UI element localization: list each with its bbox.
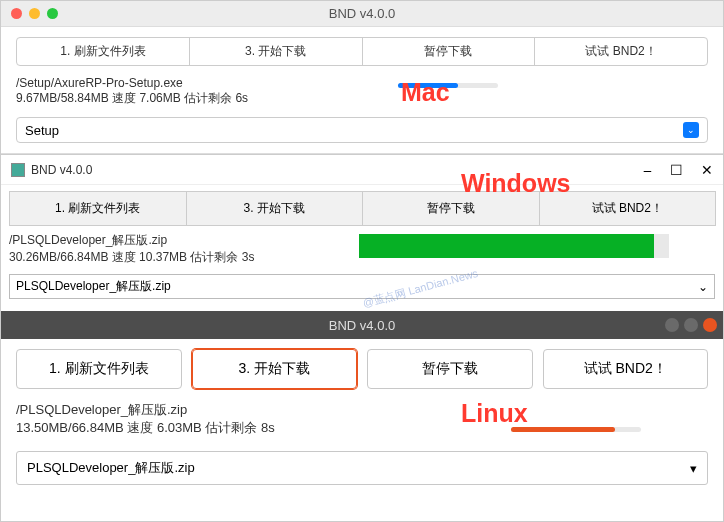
chevron-down-icon: ⌄ — [683, 122, 699, 138]
chevron-down-icon: ▾ — [690, 461, 697, 476]
windows-title: BND v4.0.0 — [31, 163, 92, 177]
refresh-button[interactable]: 1. 刷新文件列表 — [9, 191, 187, 226]
try-bnd2-button[interactable]: 试试 BND2！ — [543, 349, 709, 389]
progress-fill — [359, 234, 654, 258]
mac-window-controls — [1, 8, 58, 19]
minimize-icon[interactable] — [665, 318, 679, 332]
file-select[interactable]: Setup ⌄ — [16, 117, 708, 143]
windows-controls: ‒ ☐ ✕ — [643, 162, 713, 178]
progress-bar — [359, 234, 669, 258]
progress-bar — [398, 83, 498, 88]
maximize-icon[interactable] — [47, 8, 58, 19]
close-icon[interactable] — [11, 8, 22, 19]
linux-titlebar: BND v4.0.0 — [1, 311, 723, 339]
select-value: PLSQLDeveloper_解压版.zip — [27, 459, 195, 477]
mac-title: BND v4.0.0 — [1, 6, 723, 21]
try-bnd2-button[interactable]: 试试 BND2！ — [535, 38, 707, 65]
refresh-button[interactable]: 1. 刷新文件列表 — [16, 349, 182, 389]
pause-download-button[interactable]: 暂停下载 — [362, 191, 540, 226]
close-icon[interactable]: ✕ — [701, 162, 713, 178]
windows-toolbar: 1. 刷新文件列表 3. 开始下载 暂停下载 试试 BND2！ — [9, 191, 715, 226]
linux-toolbar: 1. 刷新文件列表 3. 开始下载 暂停下载 试试 BND2！ — [16, 349, 708, 389]
linux-title: BND v4.0.0 — [329, 318, 395, 333]
progress-fill — [398, 83, 458, 88]
select-value: PLSQLDeveloper_解压版.zip — [16, 278, 171, 295]
pause-download-button[interactable]: 暂停下载 — [363, 38, 536, 65]
file-select[interactable]: PLSQLDeveloper_解压版.zip ▾ — [16, 451, 708, 485]
progress-text: 9.67MB/58.84MB 速度 7.06MB 估计剩余 6s — [16, 90, 708, 107]
mac-toolbar: 1. 刷新文件列表 3. 开始下载 暂停下载 试试 BND2！ — [16, 37, 708, 66]
mac-download-status: /Setup/AxureRP-Pro-Setup.exe 9.67MB/58.8… — [16, 76, 708, 107]
start-download-button[interactable]: 3. 开始下载 — [192, 349, 358, 389]
pause-download-button[interactable]: 暂停下载 — [367, 349, 533, 389]
windows-download-status: /PLSQLDeveloper_解压版.zip 30.26MB/66.84MB … — [9, 232, 715, 266]
progress-fill — [511, 427, 615, 432]
linux-download-status: /PLSQLDeveloper_解压版.zip 13.50MB/66.84MB … — [16, 401, 708, 437]
maximize-icon[interactable]: ☐ — [670, 162, 683, 178]
windows-titlebar: BND v4.0.0 ‒ ☐ ✕ — [1, 155, 723, 185]
try-bnd2-button[interactable]: 试试 BND2！ — [539, 191, 717, 226]
select-value: Setup — [25, 123, 59, 138]
refresh-button[interactable]: 1. 刷新文件列表 — [17, 38, 190, 65]
minimize-icon[interactable] — [29, 8, 40, 19]
progress-bar — [511, 427, 641, 432]
file-path: /Setup/AxureRP-Pro-Setup.exe — [16, 76, 708, 90]
app-icon — [11, 163, 25, 177]
mac-titlebar: BND v4.0.0 — [1, 1, 723, 27]
windows-window: BND v4.0.0 ‒ ☐ ✕ 1. 刷新文件列表 3. 开始下载 暂停下载 … — [1, 154, 723, 311]
minimize-icon[interactable]: ‒ — [643, 162, 652, 178]
mac-window: BND v4.0.0 1. 刷新文件列表 3. 开始下载 暂停下载 试试 BND… — [1, 1, 723, 154]
start-download-button[interactable]: 3. 开始下载 — [186, 191, 364, 226]
chevron-down-icon: ⌄ — [698, 280, 708, 294]
close-icon[interactable] — [703, 318, 717, 332]
start-download-button[interactable]: 3. 开始下载 — [190, 38, 363, 65]
linux-window: BND v4.0.0 1. 刷新文件列表 3. 开始下载 暂停下载 试试 BND… — [1, 311, 723, 495]
linux-controls — [665, 318, 717, 332]
maximize-icon[interactable] — [684, 318, 698, 332]
file-select[interactable]: PLSQLDeveloper_解压版.zip ⌄ — [9, 274, 715, 299]
file-path: /PLSQLDeveloper_解压版.zip — [16, 401, 708, 419]
